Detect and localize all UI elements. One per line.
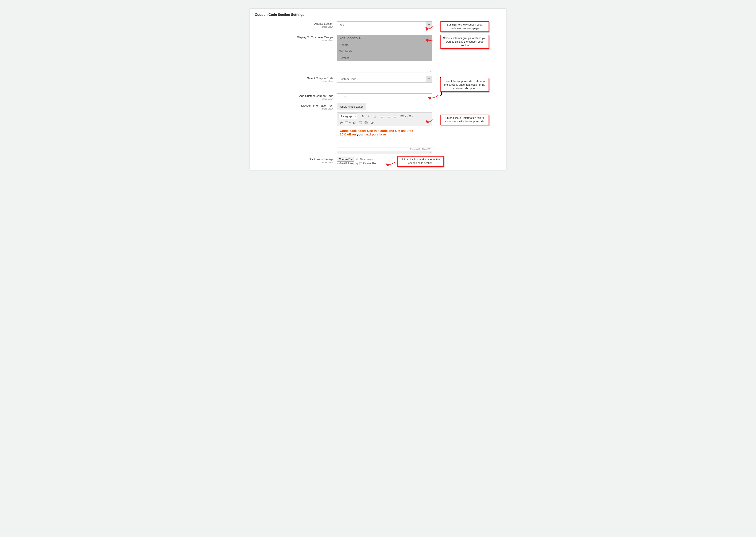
svg-rect-6 (345, 121, 348, 124)
scope-label: [store view] (255, 80, 333, 83)
chevron-down-icon (426, 76, 432, 82)
multiselect-option[interactable]: NOT LOGGED IN (337, 35, 432, 42)
select-coupon-select[interactable]: Custom Code (337, 76, 432, 83)
bullet-list-icon[interactable] (400, 113, 407, 119)
editor-format-dropdown[interactable]: Paragraph (338, 113, 357, 119)
delete-file-checkbox[interactable] (359, 162, 362, 165)
current-file-path: default/SSale.png (337, 162, 358, 165)
svg-point-0 (400, 115, 401, 116)
editor-resize-handle[interactable] (337, 151, 432, 154)
callout-display-section: Set YES to show coupon code section on s… (440, 21, 489, 32)
label-background-image: Background Image (255, 158, 333, 161)
multiselect-option[interactable]: Wholesale (337, 48, 432, 55)
choose-file-button[interactable]: Choose File (337, 157, 354, 162)
editor-body[interactable]: Come back soon! Use this code and Get as… (337, 126, 432, 147)
field-discount-text: Discount Information Text [store view] S… (255, 103, 501, 154)
add-custom-coupon-input[interactable] (337, 94, 432, 100)
align-center-icon[interactable] (386, 113, 391, 119)
panel-title: Coupon Code Section Settings (255, 13, 501, 17)
scope-label: [store view] (255, 107, 333, 110)
multiselect-option[interactable]: Retailer (337, 55, 432, 61)
no-file-chosen: No file chosen (356, 158, 373, 161)
label-add-custom: Add Custom Coupon Code (255, 94, 333, 98)
field-background-image: Background Image [store view] Choose Fil… (255, 157, 501, 165)
label-display-section: Display Section (255, 22, 333, 25)
label-select-coupon: Select Coupon Code (255, 77, 333, 80)
callout-background-image: Upload background image for the coupon c… (397, 156, 444, 167)
svg-point-1 (400, 116, 401, 117)
wysiwyg-editor: Paragraph B I U 123 Ω (337, 112, 432, 154)
link-icon[interactable] (338, 120, 344, 125)
label-discount-text: Discount Information Text (255, 104, 333, 107)
svg-point-2 (400, 117, 401, 117)
settings-panel: Coupon Code Section Settings Display Sec… (249, 9, 507, 171)
scope-label: [store view] (255, 161, 333, 164)
image-icon[interactable] (358, 120, 363, 125)
callout-discount-text: Enter discount information text to show … (440, 114, 489, 125)
field-display-section: Display Section [store view] Yes Set YES… (255, 21, 501, 32)
callout-customer-groups: Select customer groups to which you want… (440, 35, 489, 49)
table-icon[interactable] (344, 120, 351, 125)
italic-icon[interactable]: I (366, 113, 372, 119)
chevron-down-icon (426, 21, 432, 28)
toggle-editor-button[interactable]: Show / Hide Editor (337, 103, 366, 110)
label-customer-groups: Display To Customer Groups (255, 36, 333, 39)
display-section-select[interactable]: Yes (337, 21, 432, 28)
underline-icon[interactable]: U (372, 113, 378, 119)
callout-coupon-code: Select the coupon code to show in the su… (440, 78, 489, 92)
align-left-icon[interactable] (380, 113, 385, 119)
multiselect-option[interactable]: General (337, 42, 432, 48)
field-add-custom-coupon: Add Custom Coupon Code [store view] (255, 94, 501, 100)
number-list-icon[interactable]: 123 (407, 113, 414, 119)
editor-toolbar: Paragraph B I U 123 Ω (337, 113, 432, 126)
svg-point-8 (359, 122, 360, 123)
field-customer-groups: Display To Customer Groups [store view] … (255, 35, 501, 73)
widget-icon[interactable] (363, 120, 369, 125)
special-char-icon[interactable]: Ω (352, 120, 357, 125)
scope-label: [store view] (255, 25, 333, 28)
variable-icon[interactable]: {x} (369, 120, 375, 125)
customer-groups-multiselect[interactable]: NOT LOGGED IN General Wholesale Retailer (337, 35, 432, 73)
align-right-icon[interactable] (392, 113, 397, 119)
svg-text:3: 3 (408, 116, 408, 118)
editor-footer: Powered by TinyMCE (337, 147, 432, 151)
field-select-coupon: Select Coupon Code [store view] Custom C… (255, 76, 501, 92)
delete-file-label: Delete File (363, 162, 376, 165)
scope-label: [store view] (255, 39, 333, 42)
scope-label: [store view] (255, 98, 333, 100)
bold-icon[interactable]: B (360, 113, 366, 119)
